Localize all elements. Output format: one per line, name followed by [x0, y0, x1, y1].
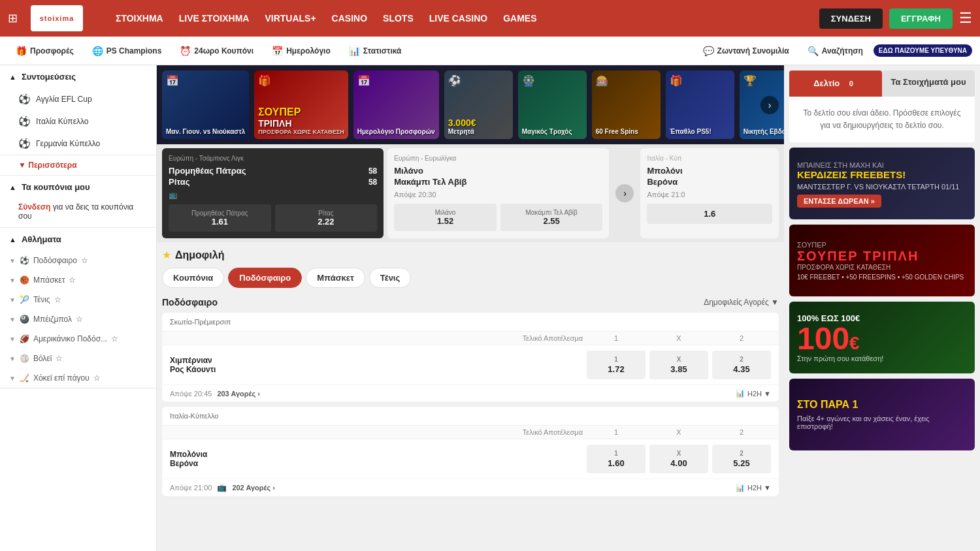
promo-icon-2: 📅	[357, 74, 370, 87]
content-area: 📅 Μαν. Γιουν. vs Νιούκαστλ 🎁 ΣΟΥΠΕΡ ΤΡΙΠ…	[157, 65, 784, 551]
promo-card-0[interactable]: 📅 Μαν. Γιουν. vs Νιούκαστλ	[162, 71, 249, 139]
star-icon[interactable]: ☆	[81, 256, 88, 265]
nav-calendar[interactable]: 📅 Ημερολόγιο	[264, 42, 338, 60]
promo-card-1[interactable]: 🎁 ΣΟΥΠΕΡ ΤΡΙΠΛΗ ΠΡΟΣΦΟΡΑ ΧΩΡΙΣ ΚΑΤΑΘΕΣΗ	[254, 71, 348, 139]
sidebar-item-baseball[interactable]: ▼ 🎱 Μπέιζμπολ ☆	[0, 309, 156, 329]
sidebar-item-england-efl[interactable]: ⚽ Αγγλία EFL Cup	[0, 88, 156, 110]
live-match-2[interactable]: Ιταλία - Κύπ Μπολόνι Βερόνα Απόψε 21:0 1…	[640, 148, 779, 238]
tab-basketball[interactable]: Μπάσκετ	[306, 268, 365, 288]
bet-markets-0[interactable]: 203 Αγορές ›	[217, 390, 260, 398]
nav-24h-coupon[interactable]: ⏰ 24ωρο Κουπόνι	[172, 42, 261, 60]
promo-title-0: Μαν. Γιουν. vs Νιούκαστλ	[166, 128, 245, 135]
grid-icon[interactable]: ⊞	[8, 11, 18, 25]
sidebar-item-germany-cup[interactable]: ⚽ Γερμανία Κύπελλο	[0, 133, 156, 155]
match-league-1: Ευρώπη - Ευρωλίγκα	[394, 155, 602, 162]
star-icon-2[interactable]: ☆	[69, 276, 76, 285]
promo-card-6[interactable]: 🎁 Έπαθλο PS5!	[666, 71, 734, 139]
bet-h2h-1[interactable]: 📊 H2H ▼	[736, 484, 771, 492]
banner3-sub: Στην πρώτη σου κατάθεση!	[797, 354, 967, 362]
football-icon: ⚽	[20, 256, 29, 265]
sidebar-item-volleyball[interactable]: ▼ 🏐 Βόλεϊ ☆	[0, 349, 156, 368]
promo-title-triple: ΤΡΙΠΛΗ	[258, 118, 344, 129]
odd-btn-team1-2[interactable]: 1.6	[647, 204, 772, 224]
betslip-tab-active[interactable]: Δελτίο 0	[789, 71, 882, 97]
sidebar-item-italy-cup[interactable]: ⚽ Ιταλία Κύπελλο	[0, 110, 156, 133]
tab-tennis[interactable]: Τένις	[369, 268, 411, 288]
promo-icon-7: 🏆	[743, 74, 757, 87]
sports-header[interactable]: ▲ Αθλήματα	[0, 228, 156, 251]
bet-odds-0: 1 1.72 X 3.85 2 4.35	[587, 351, 771, 379]
main-layout: ▲ Συντομεύσεις ⚽ Αγγλία EFL Cup ⚽ Ιταλία…	[0, 65, 980, 551]
logo-area[interactable]: stoixima	[31, 5, 103, 31]
nav-statistics[interactable]: 📊 Στατιστικά	[341, 42, 410, 60]
more-button[interactable]: ▼ Περισσότερα	[0, 155, 156, 175]
star-icon-4[interactable]: ☆	[76, 315, 83, 324]
chevron-down-icon-3: ▼	[9, 277, 16, 284]
promo-card-2[interactable]: 📅 Ημερολόγιο Προσφορών	[353, 71, 439, 139]
sidebar-item-basketball[interactable]: ▼ 🏀 Μπάσκετ ☆	[0, 270, 156, 290]
sidebar-item-tennis[interactable]: ▼ 🎾 Τένις ☆	[0, 290, 156, 309]
promo-banner-3[interactable]: 100% ΕΩΣ 100€ 100€ Στην πρώτη σου κατάθε…	[789, 302, 975, 373]
chart-bar-icon-1: 📊	[736, 484, 745, 492]
nav-prosfores[interactable]: 🎁 Προσφορές	[8, 42, 82, 60]
chart-icon: 📊	[349, 46, 360, 56]
promo-title-super: ΣΟΥΠΕΡ	[258, 106, 344, 118]
chevron-down-icon-7: ▼	[9, 355, 16, 362]
login-button[interactable]: ΣΥΝΔΕΣΗ	[819, 8, 883, 29]
match-next-button[interactable]: ›	[615, 184, 634, 202]
bet-oddX-1[interactable]: X 4.00	[649, 445, 708, 473]
nav-search[interactable]: 🔍 Αναζήτηση	[800, 42, 871, 60]
promo-card-4[interactable]: 🎡 Μαγικός Τροχός	[518, 71, 587, 139]
live-match-1[interactable]: Ευρώπη - Ευρωλίγκα Μιλάνο Μακάμπι Τελ Αβ…	[387, 148, 609, 238]
nav-ps-champions[interactable]: 🌐 PS Champions	[84, 42, 170, 60]
bet-odd2-0[interactable]: 2 4.35	[712, 351, 771, 379]
banner1-sub: ΜΠΑΙΝΕΙΣ ΣΤΗ ΜΑΧΗ ΚΑΙ	[797, 161, 967, 169]
soccer-icon-2: ⚽	[18, 116, 31, 127]
nav-slots[interactable]: SLOTS	[383, 13, 414, 24]
nav-live-chat[interactable]: 💬 Ζωντανή Συνομιλία	[695, 42, 797, 60]
sidebar-item-american-football[interactable]: ▼ 🏈 Αμερικάνικο Ποδόσ... ☆	[0, 329, 156, 349]
sidebar-item-football[interactable]: ▼ ⚽ Ποδόσφαιρο ☆	[0, 251, 156, 270]
more-section: ▼ Περισσότερα	[0, 155, 156, 176]
bet-oddX-0[interactable]: X 3.85	[649, 351, 708, 379]
chevron-up-icon: ▲	[9, 73, 16, 81]
banner1-cta-btn[interactable]: ΕΝΤΑΣΣΕ ΔΩΡΕΑΝ »	[797, 195, 881, 208]
bet-odd2-1[interactable]: 2 5.25	[712, 445, 771, 473]
nav-virtuals[interactable]: VIRTUALS+	[265, 13, 316, 24]
star-icon-3[interactable]: ☆	[54, 295, 61, 304]
promo-banner-1[interactable]: ΜΠΑΙΝΕΙΣ ΣΤΗ ΜΑΧΗ ΚΑΙ ΚΕΡΔΙΖΕΙΣ FREEBETS…	[789, 148, 975, 219]
logo[interactable]: stoixima	[31, 5, 83, 31]
odd-btn-team1-1[interactable]: Μιλάνο 1.52	[394, 204, 497, 231]
bet-h2h-0[interactable]: 📊 H2H ▼	[736, 389, 771, 398]
betslip-tab-mine[interactable]: Τα Στοιχήματά μου	[882, 71, 975, 97]
bet-odd1-0[interactable]: 1 1.72	[587, 351, 645, 379]
nav-casino[interactable]: CASINO	[332, 13, 367, 24]
register-button[interactable]: ΕΓΓΡΑΦΗ	[889, 8, 953, 29]
popular-markets-label[interactable]: Δημοφιλείς Αγορές ▼	[704, 298, 779, 307]
odd-btn-team2-0[interactable]: Ρίτας 2.22	[275, 204, 378, 232]
nav-live-casino[interactable]: LIVE CASINO	[429, 13, 487, 24]
shortcuts-header[interactable]: ▲ Συντομεύσεις	[0, 65, 156, 88]
nav-live-stoixima[interactable]: LIVE ΣΤΟΙΧΗΜΑ	[179, 13, 250, 24]
promo-banner-4[interactable]: ΣΤΟ ΠΑΡΑ 1 Παίξε 4+ αγώνες και αν χάσεις…	[789, 379, 975, 450]
promo-next-arrow[interactable]: ›	[760, 96, 779, 114]
nav-stoixima[interactable]: ΣΤΟΙΧΗΜΑ	[116, 13, 163, 24]
odd-btn-team2-1[interactable]: Μακάμπι Τελ Αβίβ 2.55	[500, 204, 603, 231]
live-match-0[interactable]: Ευρώπη - Τσάμπιονς Λιγκ Προμηθέας Πάτρας…	[162, 148, 384, 238]
star-icon-5[interactable]: ☆	[111, 334, 118, 343]
tab-coupons[interactable]: Κουπόνια	[162, 268, 224, 288]
coupons-login-link[interactable]: Σύνδεση	[18, 202, 50, 212]
promo-card-5[interactable]: 🎰 60 Free Spins	[592, 71, 661, 139]
hamburger-icon[interactable]: ☰	[959, 10, 972, 27]
promo-card-3[interactable]: ⚽ 3.000€ Μετρητά	[444, 71, 513, 139]
coupons-header[interactable]: ▲ Τα κουπόνια μου	[0, 176, 156, 198]
star-icon-7[interactable]: ☆	[93, 373, 101, 383]
bet-markets-1[interactable]: 202 Αγορές ›	[232, 484, 275, 492]
nav-games[interactable]: GAMES	[503, 13, 536, 24]
odd-btn-team1-0[interactable]: Προμηθέας Πάτρας 1.61	[169, 204, 271, 232]
star-icon-6[interactable]: ☆	[56, 354, 63, 363]
tab-football[interactable]: Ποδόσφαιρο	[228, 268, 302, 288]
promo-banner-2[interactable]: ΣΟΥΠΕΡ ΣΟΥΠΕΡ ΤΡΙΠΛΗ ΠΡΟΣΦΟΡΑ ΧΩΡΙΣ ΚΑΤΑ…	[789, 225, 975, 296]
bet-odd1-1[interactable]: 1 1.60	[587, 445, 645, 473]
sidebar-item-hockey[interactable]: ▼ 🏒 Χόκεϊ επί πάγου ☆	[0, 368, 156, 388]
